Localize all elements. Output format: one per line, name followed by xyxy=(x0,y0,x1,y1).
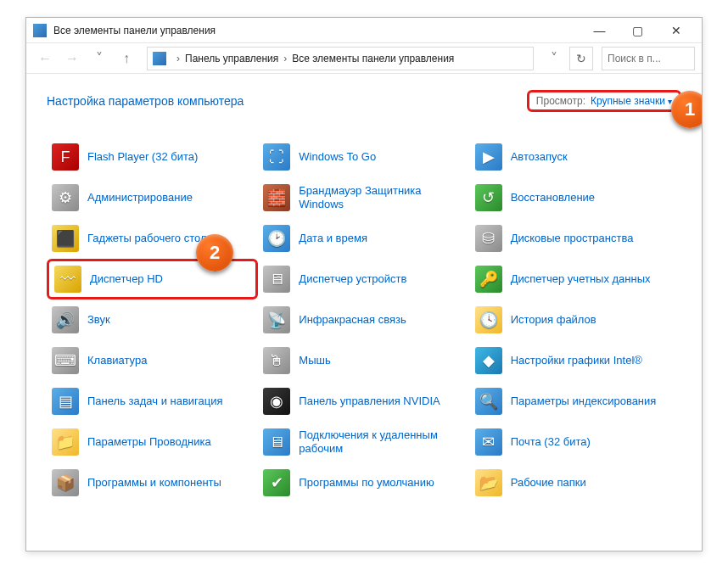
control-panel-item[interactable]: 🧱Брандмауэр Защитника Windows xyxy=(258,177,469,218)
item-icon: 🔊 xyxy=(52,306,79,333)
control-panel-item[interactable]: 🕑Дата и время xyxy=(258,218,469,259)
item-icon: ⚙ xyxy=(52,184,79,211)
control-panel-item[interactable]: 📁Параметры Проводника xyxy=(47,422,258,462)
icon-glyph: 📁 xyxy=(56,433,75,451)
recent-dropdown[interactable]: ˅ xyxy=(87,47,111,70)
minimize-button[interactable]: — xyxy=(580,18,619,43)
item-icon: ↺ xyxy=(475,184,502,211)
icon-glyph: ⌨ xyxy=(54,351,76,370)
item-icon: ⛁ xyxy=(475,225,502,252)
icon-glyph: 📦 xyxy=(56,473,75,492)
control-panel-item[interactable]: ⚙Администрирование xyxy=(47,177,258,218)
item-label: Диспетчер HD xyxy=(90,272,163,286)
icon-glyph: ✔ xyxy=(271,473,283,492)
icon-glyph: 🖥 xyxy=(269,434,284,451)
control-panel-item[interactable]: ✔Программы по умолчанию xyxy=(258,462,469,503)
control-panel-item[interactable]: ▤Панель задач и навигация xyxy=(47,381,258,422)
item-label: Звук xyxy=(87,313,110,327)
search-input[interactable] xyxy=(602,47,695,70)
icon-glyph: 🔑 xyxy=(479,270,498,288)
icon-glyph: ▤ xyxy=(59,392,73,411)
breadcrumb-current[interactable]: Все элементы панели управления xyxy=(292,53,454,64)
item-label: Диспетчер учетных данных xyxy=(511,272,651,286)
item-label: Дата и время xyxy=(299,232,367,245)
icon-glyph: 🖱 xyxy=(269,352,284,370)
item-icon: 🔍 xyxy=(475,388,502,415)
control-panel-item[interactable]: 🔑Диспетчер учетных данных xyxy=(470,259,681,299)
view-label: Просмотр: xyxy=(536,95,585,107)
item-icon: 🔑 xyxy=(475,266,502,293)
item-icon: 🧱 xyxy=(263,184,290,211)
item-icon: 🖥 xyxy=(263,266,290,293)
icon-glyph: ⚙ xyxy=(59,188,72,207)
icon-glyph: ↺ xyxy=(482,188,495,207)
control-panel-item[interactable]: 🖥Подключения к удаленным рабочим xyxy=(258,422,469,462)
control-panel-item[interactable]: 📦Программы и компоненты xyxy=(47,462,258,503)
item-label: Flash Player (32 бита) xyxy=(87,150,198,164)
breadcrumb-icon xyxy=(153,52,166,65)
control-panel-item[interactable]: FFlash Player (32 бита) xyxy=(47,137,258,177)
item-label: Параметры индексирования xyxy=(511,395,657,408)
control-panel-item[interactable]: ↺Восстановление xyxy=(470,177,681,218)
item-icon: ▤ xyxy=(52,388,79,415)
control-panel-item[interactable]: ⌨Клавиатура xyxy=(47,340,258,381)
control-panel-item[interactable]: 📡Инфракрасная связь xyxy=(258,299,469,340)
breadcrumb-root[interactable]: Панель управления xyxy=(185,53,278,64)
control-panel-item[interactable]: 🖥Диспетчер устройств xyxy=(258,259,469,299)
item-label: Почта (32 бита) xyxy=(511,435,591,449)
item-icon: ✔ xyxy=(263,469,290,496)
callout-marker-2: 2 xyxy=(196,234,233,272)
close-button[interactable]: ✕ xyxy=(657,18,695,43)
view-value[interactable]: Крупные значки xyxy=(591,95,665,107)
item-icon: 📡 xyxy=(263,306,290,333)
item-label: Рабочие папки xyxy=(511,476,586,490)
item-icon: 🕓 xyxy=(475,306,502,333)
item-icon: 🕑 xyxy=(263,225,290,252)
item-icon: 📁 xyxy=(52,428,79,456)
item-label: Диспетчер устройств xyxy=(299,272,406,286)
icon-glyph: 📂 xyxy=(479,473,498,492)
up-button[interactable]: ↑ xyxy=(115,47,138,70)
item-icon: 🖱 xyxy=(263,347,290,374)
breadcrumb[interactable]: › Панель управления › Все элементы панел… xyxy=(147,47,534,70)
icon-glyph: ▶ xyxy=(483,148,495,166)
control-panel-item[interactable]: 🕓История файлов xyxy=(470,299,681,340)
item-icon: 🖥 xyxy=(263,428,290,456)
item-label: Настройки графики Intel® xyxy=(511,354,642,367)
control-panel-item[interactable]: ◆Настройки графики Intel® xyxy=(470,340,681,381)
refresh-button[interactable]: ↻ xyxy=(569,47,593,70)
icon-glyph: ◆ xyxy=(483,351,495,370)
icon-glyph: ⛁ xyxy=(482,229,495,248)
control-panel-item[interactable]: 📂Рабочие папки xyxy=(470,462,681,503)
back-button[interactable]: ← xyxy=(33,47,57,70)
item-label: Инфракрасная связь xyxy=(299,313,406,327)
titlebar: Все элементы панели управления — ▢ ✕ xyxy=(26,18,702,43)
item-label: Панель управления NVIDIA xyxy=(299,395,440,408)
control-panel-item[interactable]: 🖱Мышь xyxy=(258,340,469,381)
icon-glyph: ✉ xyxy=(482,433,495,451)
item-label: Программы по умолчанию xyxy=(299,476,434,490)
item-label: Панель задач и навигация xyxy=(87,395,223,408)
breadcrumb-history-dropdown[interactable]: ˅ xyxy=(542,47,566,70)
item-label: Клавиатура xyxy=(87,354,147,367)
control-panel-item[interactable]: 🔊Звук xyxy=(47,299,258,340)
icon-glyph: 🧱 xyxy=(267,188,286,207)
control-panel-item[interactable]: ⛶Windows To Go xyxy=(258,137,469,177)
maximize-button[interactable]: ▢ xyxy=(619,18,657,43)
icon-glyph: 🕑 xyxy=(267,229,286,248)
control-panel-item[interactable]: 🔍Параметры индексирования xyxy=(470,381,681,422)
icon-glyph: F xyxy=(61,148,70,166)
item-icon: ◆ xyxy=(475,347,502,374)
control-panel-item[interactable]: ✉Почта (32 бита) xyxy=(470,422,681,462)
control-panel-window: Все элементы панели управления — ▢ ✕ ← →… xyxy=(25,17,703,551)
window-title: Все элементы панели управления xyxy=(53,25,580,36)
control-panel-item[interactable]: ⛁Дисковые пространства xyxy=(470,218,681,259)
icon-glyph: ◉ xyxy=(270,392,283,411)
icon-glyph: ⛶ xyxy=(269,148,284,166)
forward-button[interactable]: → xyxy=(60,47,84,70)
control-panel-item[interactable]: ▶Автозапуск xyxy=(470,137,681,177)
view-by-selector[interactable]: Просмотр: Крупные значки ▾ xyxy=(527,90,681,112)
item-label: Параметры Проводника xyxy=(87,435,211,449)
control-panel-item[interactable]: ◉Панель управления NVIDIA xyxy=(258,381,469,422)
item-icon: 📦 xyxy=(52,469,79,496)
